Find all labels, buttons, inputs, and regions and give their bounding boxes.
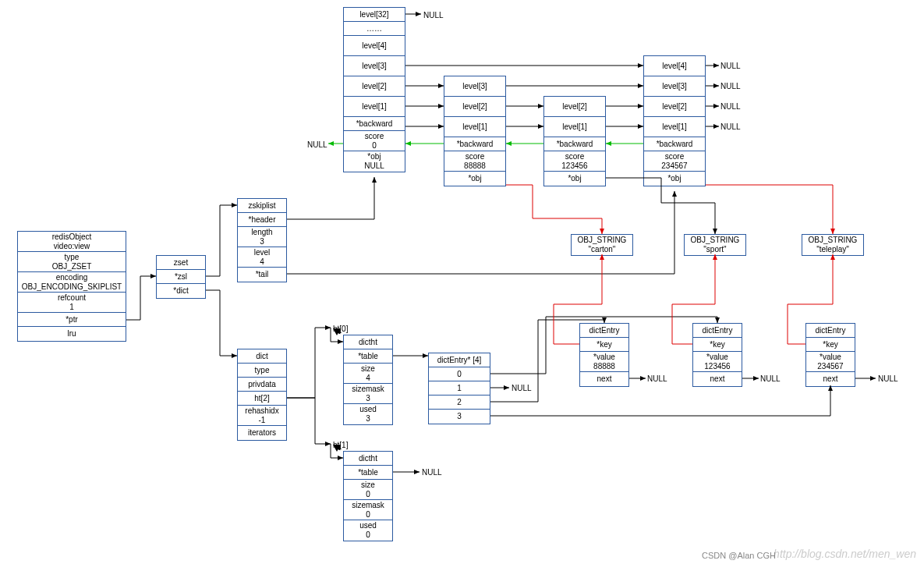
objstr-c: OBJ_STRING"sport" — [685, 235, 745, 255]
hdr-l4: level[4] — [344, 36, 405, 56]
de3-next: next — [806, 372, 855, 386]
de2-val: *value123456 — [693, 352, 742, 372]
dict-box: dict type privdata ht[2] rehashidx-1 ite… — [237, 349, 287, 441]
dictht0-size: size4 — [344, 364, 392, 384]
nodeb-bw: *backward — [444, 137, 505, 151]
dict-privdata: privdata — [238, 378, 286, 392]
noded-bw: *backward — [644, 137, 705, 151]
null-d-l3: NULL — [720, 82, 741, 90]
zset-box: zset *zsl *dict — [156, 255, 206, 299]
nodeb-l1: level[1] — [444, 117, 505, 137]
redisobject-ptr: *ptr — [18, 313, 126, 327]
de2-key: *key — [693, 338, 742, 352]
dict-title: dict — [238, 349, 286, 364]
hdr-l2: level[2] — [344, 76, 405, 97]
zset-title: zset — [157, 256, 205, 270]
watermark: http://blog.csdn.net/men_wen — [774, 548, 916, 560]
ht1-label: ht[1] — [333, 441, 348, 449]
dictentryarr-box: dictEntry* [4] 0 1 2 3 — [428, 353, 490, 424]
zskiplist-level: level4 — [238, 247, 286, 268]
nodeb-box: level[3] level[2] level[1] *backward sco… — [444, 76, 506, 186]
nodeb-l2: level[2] — [444, 97, 505, 117]
dictht0-title: dictht — [344, 335, 392, 349]
dictht1-box: dictht *table size0 sizemask0 used0 — [343, 451, 393, 541]
dict-type: type — [238, 364, 286, 378]
zskiplist-tail: *tail — [238, 268, 286, 282]
nodeb-l3: level[3] — [444, 76, 505, 97]
dictht0-used: used3 — [344, 404, 392, 424]
redisobject-title: redisObjectvideo:view — [18, 232, 126, 252]
zset-dict: *dict — [157, 284, 205, 298]
nodec-l2: level[2] — [544, 97, 605, 117]
null-bw-hdr: NULL — [307, 140, 327, 149]
objstr-b: OBJ_STRING"carton" — [572, 235, 632, 255]
dictentryarr-0: 0 — [429, 367, 490, 381]
dict-iterators: iterators — [238, 426, 286, 440]
hdr-l32: level[32] — [344, 8, 405, 22]
objstr-c-box: OBJ_STRING"sport" — [684, 234, 746, 256]
hdr-l3: level[3] — [344, 56, 405, 76]
noded-score: score234567 — [644, 151, 705, 172]
dictentry2-box: dictEntry *key *value123456 next — [692, 323, 742, 387]
zskiplist-header: *header — [238, 213, 286, 227]
nodec-l1: level[1] — [544, 117, 605, 137]
null-de3-next: NULL — [878, 374, 898, 383]
zskiplist-box: zskiplist *header length3 level4 *tail — [237, 198, 287, 282]
hdr-bw: *backward — [344, 117, 405, 131]
dictht1-size: size0 — [344, 480, 392, 500]
de3-val: *value234567 — [806, 352, 855, 372]
dictentry3-box: dictEntry *key *value234567 next — [805, 323, 855, 387]
zset-zsl: *zsl — [157, 270, 205, 284]
dict-rehashidx: rehashidx-1 — [238, 406, 286, 426]
dictht0-sizemask: sizemask3 — [344, 384, 392, 404]
redisobject-lru: lru — [18, 327, 126, 341]
dictht0-box: dictht *table size4 sizemask3 used3 — [343, 335, 393, 425]
null-de2-next: NULL — [760, 374, 781, 383]
dictentryarr-title: dictEntry* [4] — [429, 353, 490, 367]
de1-title: dictEntry — [580, 324, 628, 338]
csdn-credit: CSDN @Alan CGH — [702, 551, 776, 560]
null-slot1: NULL — [512, 384, 532, 392]
dictentry1-box: dictEntry *key *value88888 next — [579, 323, 629, 387]
hdr-node-box: level[32] …… level[4] level[3] level[2] … — [343, 7, 405, 172]
null-de1-next: NULL — [647, 374, 667, 383]
nodeb-score: score88888 — [444, 151, 505, 172]
noded-l4: level[4] — [644, 56, 705, 76]
zskiplist-length: length3 — [238, 227, 286, 247]
redisobject-refcount: refcount1 — [18, 293, 126, 313]
null-ht1-table: NULL — [422, 468, 442, 477]
de1-val: *value88888 — [580, 352, 628, 372]
dictht1-used: used0 — [344, 520, 392, 541]
dict-ht2: ht[2] — [238, 392, 286, 406]
ht0-label: ht[0] — [333, 325, 348, 333]
nodec-bw: *backward — [544, 137, 605, 151]
nodeb-obj: *obj — [444, 172, 505, 186]
null-l32: NULL — [423, 11, 444, 20]
dictht0-table: *table — [344, 349, 392, 364]
noded-l2: level[2] — [644, 97, 705, 117]
hdr-obj: *objNULL — [344, 151, 405, 172]
hdr-score: score0 — [344, 131, 405, 151]
dictht1-table: *table — [344, 466, 392, 480]
nodec-obj: *obj — [544, 172, 605, 186]
nodec-score: score123456 — [544, 151, 605, 172]
dictentryarr-1: 1 — [429, 381, 490, 396]
noded-l1: level[1] — [644, 117, 705, 137]
noded-obj: *obj — [644, 172, 705, 186]
noded-l3: level[3] — [644, 76, 705, 97]
de2-title: dictEntry — [693, 324, 742, 338]
objstr-d: OBJ_STRING"teleplay" — [802, 235, 863, 255]
zskiplist-title: zskiplist — [238, 199, 286, 213]
nodec-box: level[2] level[1] *backward score123456 … — [543, 96, 606, 186]
de2-next: next — [693, 372, 742, 386]
dictentryarr-3: 3 — [429, 410, 490, 424]
redisobject-box: redisObjectvideo:view typeOBJ_ZSET encod… — [17, 231, 126, 342]
de3-key: *key — [806, 338, 855, 352]
dictht1-title: dictht — [344, 452, 392, 466]
de1-next: next — [580, 372, 628, 386]
de3-title: dictEntry — [806, 324, 855, 338]
noded-box: level[4] level[3] level[2] level[1] *bac… — [643, 55, 706, 186]
objstr-d-box: OBJ_STRING"teleplay" — [802, 234, 864, 256]
null-d-l1: NULL — [720, 122, 741, 131]
redisobject-type: typeOBJ_ZSET — [18, 252, 126, 272]
